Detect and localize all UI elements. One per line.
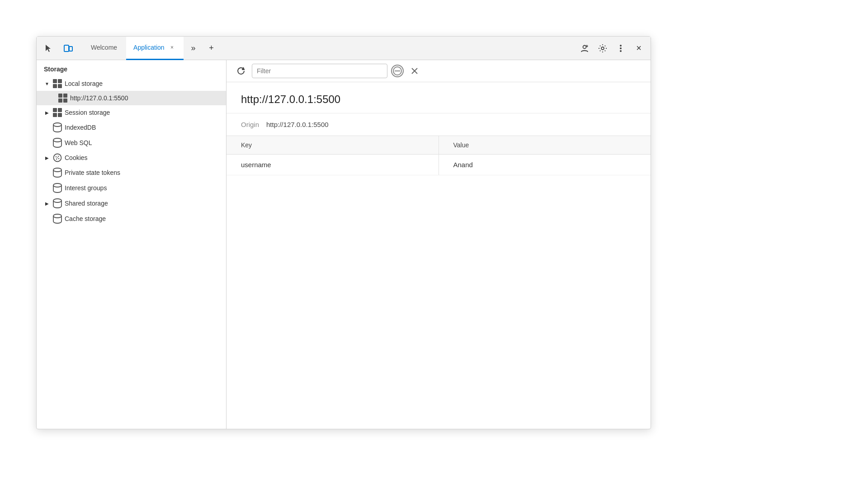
svg-point-11 [56, 156, 57, 157]
private-state-label: Private state tokens [65, 169, 120, 176]
devtools-window: Welcome Application × » + [36, 36, 651, 429]
indexeddb-label: IndexedDB [65, 124, 96, 131]
cookies-icon [53, 153, 62, 162]
local-storage-expand-arrow: ▼ [44, 80, 50, 87]
sidebar-header: Storage [37, 60, 226, 76]
svg-point-16 [53, 168, 61, 172]
table-header: Key Value [226, 136, 651, 155]
sidebar-item-websql[interactable]: ▶ Web SQL [37, 135, 226, 150]
svg-point-18 [53, 199, 61, 202]
sidebar-item-interest-groups[interactable]: ▶ Interest groups [37, 180, 226, 196]
svg-point-8 [53, 123, 61, 127]
tab-bar-right-icons: × [576, 40, 647, 56]
sidebar-item-local-storage-origin[interactable]: http://127.0.0.1:5500 [37, 91, 226, 105]
content-body: http://127.0.0.1:5500 Origin http://127.… [226, 82, 651, 429]
session-storage-expand-arrow: ▶ [44, 109, 50, 116]
interest-groups-label: Interest groups [65, 184, 107, 192]
interest-groups-icon [53, 183, 62, 193]
add-tab-button[interactable]: + [203, 40, 220, 56]
close-devtools-icon: × [636, 43, 642, 53]
no-entry-icon [391, 65, 404, 77]
origin-label: Origin [241, 121, 259, 128]
filter-input[interactable] [252, 64, 387, 78]
tab-application-close[interactable]: × [168, 43, 176, 52]
table-header-row: Key Value [226, 136, 651, 155]
content-toolbar [226, 60, 651, 82]
shared-storage-expand-arrow: ▶ [44, 200, 50, 206]
sidebar-item-session-storage[interactable]: ▶ Session storage [37, 105, 226, 120]
tab-welcome-label: Welcome [91, 44, 117, 51]
sidebar-item-local-storage[interactable]: ▼ Local storage [37, 76, 226, 91]
shared-storage-label: Shared storage [65, 200, 108, 207]
tab-bar-left-icons [40, 40, 76, 56]
cookies-expand-arrow: ▶ [44, 155, 50, 161]
refresh-button[interactable] [234, 64, 248, 78]
svg-point-12 [58, 156, 59, 157]
local-storage-origin-label: http://127.0.0.1:5500 [70, 94, 128, 102]
svg-rect-0 [64, 45, 69, 52]
tab-application[interactable]: Application × [126, 37, 184, 60]
tab-application-label: Application [133, 44, 165, 51]
more-tabs-icon: » [191, 43, 196, 53]
close-devtools-button[interactable]: × [631, 40, 647, 56]
svg-point-14 [58, 158, 59, 159]
content-title: http://127.0.0.1:5500 [226, 82, 651, 113]
tab-bar: Welcome Application × » + [37, 37, 651, 60]
svg-point-7 [620, 50, 622, 52]
table-row[interactable]: username Anand [226, 155, 651, 175]
cache-storage-icon [53, 214, 62, 224]
session-storage-icon [53, 108, 62, 117]
table-cell-key: username [226, 155, 439, 175]
sidebar-item-shared-storage[interactable]: ▶ Shared storage [37, 196, 226, 211]
sidebar-item-private-state[interactable]: ▶ Private state tokens [37, 165, 226, 180]
local-storage-label: Local storage [65, 80, 103, 87]
column-header-value[interactable]: Value [439, 136, 651, 155]
table-body: username Anand [226, 155, 651, 175]
svg-point-15 [57, 157, 58, 158]
svg-rect-1 [69, 47, 72, 51]
svg-point-17 [53, 183, 61, 187]
cookies-label: Cookies [65, 154, 88, 161]
svg-point-13 [56, 159, 57, 160]
add-tab-icon: + [209, 43, 214, 53]
sidebar: Storage ▼ Local storage [37, 60, 226, 429]
websql-icon [53, 138, 62, 148]
local-storage-icon [53, 79, 62, 88]
svg-point-9 [53, 138, 61, 142]
session-storage-label: Session storage [65, 109, 110, 116]
local-storage-origin-icon [58, 94, 67, 103]
more-tabs-button[interactable]: » [185, 40, 202, 56]
sidebar-item-indexeddb[interactable]: ▶ IndexedDB [37, 120, 226, 135]
settings-button[interactable] [594, 40, 611, 56]
column-header-key[interactable]: Key [226, 136, 439, 155]
origin-value: http://127.0.0.1:5500 [266, 121, 329, 128]
sidebar-item-cookies[interactable]: ▶ Cookies [37, 150, 226, 165]
sidebar-content[interactable]: ▼ Local storage [37, 76, 226, 429]
origin-row: Origin http://127.0.0.1:5500 [226, 113, 651, 136]
table-cell-value: Anand [439, 155, 651, 175]
device-toolbar-button[interactable] [60, 40, 76, 56]
sidebar-item-cache-storage[interactable]: ▶ Cache storage [37, 211, 226, 226]
cache-storage-label: Cache storage [65, 215, 106, 222]
websql-label: Web SQL [65, 139, 92, 146]
cursor-tool-button[interactable] [40, 40, 57, 56]
user-settings-button[interactable] [576, 40, 593, 56]
svg-point-19 [53, 214, 61, 218]
indexeddb-icon [53, 122, 62, 132]
main-area: Storage ▼ Local storage [37, 60, 651, 429]
svg-point-5 [620, 45, 622, 47]
shared-storage-icon [53, 198, 62, 208]
private-state-icon [53, 168, 62, 178]
clear-filter-button[interactable] [407, 64, 422, 78]
more-options-button[interactable] [613, 40, 629, 56]
svg-point-6 [620, 47, 622, 49]
svg-point-2 [583, 45, 586, 48]
tab-welcome[interactable]: Welcome [84, 37, 124, 60]
data-table: Key Value username Anand [226, 136, 651, 175]
content-panel: http://127.0.0.1:5500 Origin http://127.… [226, 60, 651, 429]
svg-point-4 [601, 47, 604, 50]
